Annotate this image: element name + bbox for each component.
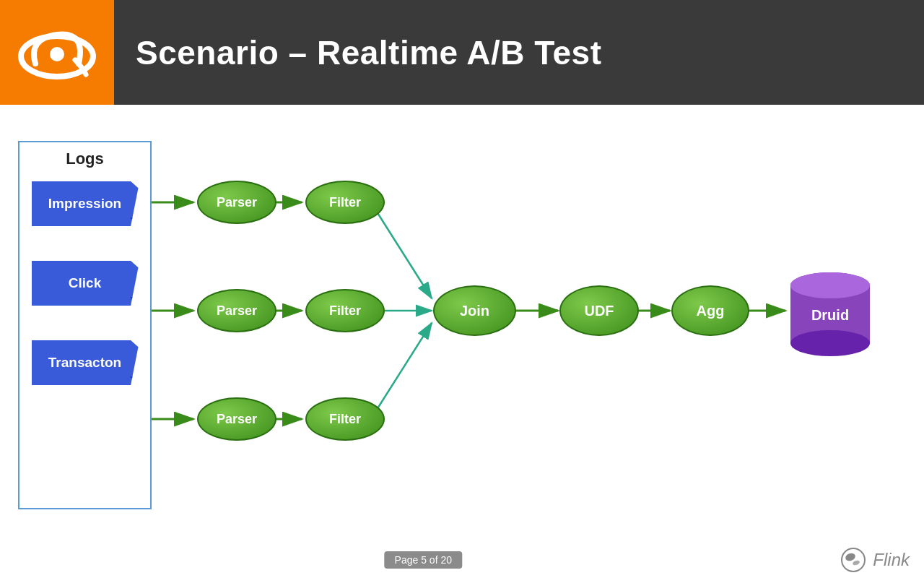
logs-label: Logs: [66, 150, 104, 168]
svg-text:Druid: Druid: [811, 307, 849, 323]
druid-cylinder-icon: Druid: [783, 260, 877, 361]
click-node: Click: [32, 261, 139, 306]
parser1-node: Parser: [197, 181, 276, 224]
page-title: Scenario – Realtime A/B Test: [114, 33, 601, 72]
svg-point-19: [790, 272, 870, 298]
svg-point-22: [845, 552, 857, 562]
agg-node: Agg: [671, 285, 749, 336]
logs-box: Logs Impression Click Transacton: [18, 141, 152, 509]
svg-point-18: [790, 330, 870, 356]
filter2-node: Filter: [305, 289, 385, 332]
page-indicator: Page 5 of 20: [385, 551, 462, 569]
svg-point-1: [50, 47, 64, 61]
flow-diagram: Parser Filter Parser Filter Parser Filte…: [152, 141, 902, 509]
bottom-bar: Page 5 of 20 Flink: [0, 542, 924, 578]
flink-logo-icon: [840, 546, 867, 574]
alibaba-logo-icon: [14, 20, 100, 85]
main-content: Logs Impression Click Transacton: [0, 105, 924, 578]
logo-box: [0, 0, 114, 105]
udf-node: UDF: [559, 285, 639, 336]
header: Scenario – Realtime A/B Test: [0, 0, 924, 105]
filter1-node: Filter: [305, 181, 385, 224]
svg-line-12: [375, 323, 432, 412]
svg-line-6: [375, 210, 432, 298]
join-node: Join: [433, 285, 516, 336]
parser2-node: Parser: [197, 289, 276, 332]
svg-point-21: [842, 548, 865, 571]
svg-point-23: [853, 559, 860, 566]
druid-node: Druid: [783, 260, 877, 361]
flink-brand-label: Flink: [873, 550, 910, 570]
parser3-node: Parser: [197, 397, 276, 441]
filter3-node: Filter: [305, 397, 385, 441]
transaction-node: Transacton: [32, 340, 139, 385]
impression-node: Impression: [32, 181, 139, 226]
